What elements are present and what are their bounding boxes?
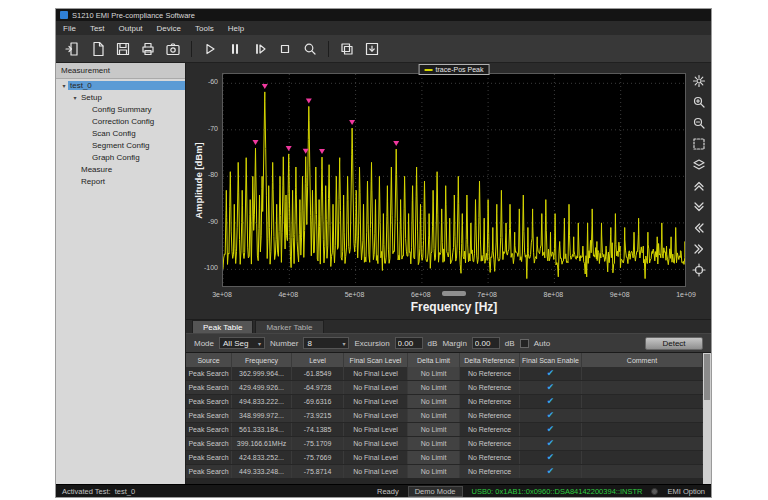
cell-final-scan-level: No Final Level bbox=[344, 465, 408, 478]
tab-peak-table[interactable]: Peak Table bbox=[192, 320, 253, 333]
zoom-in-button[interactable] bbox=[691, 94, 707, 110]
step-button[interactable] bbox=[249, 38, 271, 60]
excursion-input[interactable] bbox=[395, 337, 423, 349]
column-header-delta-reference[interactable]: Delta Reference bbox=[460, 353, 520, 367]
cell-final-scan-enable[interactable]: ✔ bbox=[520, 395, 582, 408]
menu-output[interactable]: Output bbox=[112, 23, 150, 34]
emi-option-label: EMI Option bbox=[667, 487, 705, 496]
cell-comment[interactable] bbox=[582, 367, 703, 380]
cell-final-scan-enable[interactable]: ✔ bbox=[520, 381, 582, 394]
number-select[interactable]: 8 ▾ bbox=[303, 337, 349, 349]
cell-final-scan-enable[interactable]: ✔ bbox=[520, 423, 582, 436]
mode-select[interactable]: All Seg ▾ bbox=[219, 337, 265, 349]
menubar: FileTestOutputDeviceToolsHelp bbox=[56, 21, 711, 35]
cell-comment[interactable] bbox=[582, 381, 703, 394]
stop-button[interactable] bbox=[274, 38, 296, 60]
scroll-right-button[interactable] bbox=[691, 241, 707, 257]
table-scrollbar-thumb[interactable] bbox=[704, 354, 710, 400]
peak-marker bbox=[319, 149, 325, 154]
column-header-final-scan-enable[interactable]: Final Scan Enable bbox=[520, 353, 582, 367]
cell-final-scan-level: No Final Level bbox=[344, 423, 408, 436]
column-header-final-scan-level[interactable]: Final Scan Level bbox=[344, 353, 408, 367]
menu-test[interactable]: Test bbox=[83, 23, 112, 34]
pause-button[interactable] bbox=[224, 38, 246, 60]
tree-item-measure[interactable]: Measure bbox=[56, 163, 185, 175]
scroll-up-button[interactable] bbox=[691, 178, 707, 194]
emi-option-led bbox=[651, 488, 658, 495]
cell-comment[interactable] bbox=[582, 395, 703, 408]
tree-item-report[interactable]: Report bbox=[56, 175, 185, 187]
screenshot-button[interactable] bbox=[162, 38, 184, 60]
save-button[interactable] bbox=[112, 38, 134, 60]
print-button[interactable] bbox=[137, 38, 159, 60]
menu-device[interactable]: Device bbox=[150, 23, 188, 34]
tree-item-correction-config[interactable]: Correction Config bbox=[56, 115, 185, 127]
table-scrollbar[interactable] bbox=[703, 353, 711, 484]
column-header-delta-limit[interactable]: Delta Limit bbox=[408, 353, 460, 367]
cell-final-scan-enable[interactable]: ✔ bbox=[520, 437, 582, 450]
table-row[interactable]: Peak Search429.499.926...-64.9728No Fina… bbox=[186, 381, 703, 395]
margin-input[interactable] bbox=[472, 337, 500, 349]
expander-icon[interactable]: ▾ bbox=[60, 82, 68, 89]
checkmark-icon: ✔ bbox=[547, 425, 555, 434]
copy-window-button[interactable] bbox=[336, 38, 358, 60]
zoom-window-button[interactable] bbox=[691, 136, 707, 152]
cell-comment[interactable] bbox=[582, 409, 703, 422]
table-row[interactable]: Peak Search449.333.248...-75.8714No Fina… bbox=[186, 465, 703, 479]
table-row[interactable]: Peak Search399.166.61MHz-75.1709No Final… bbox=[186, 437, 703, 451]
cell-final-scan-level: No Final Level bbox=[344, 395, 408, 408]
table-row[interactable]: Peak Search424.833.252...-75.7669No Fina… bbox=[186, 451, 703, 465]
cell-source: Peak Search bbox=[186, 395, 232, 408]
run-button[interactable] bbox=[199, 38, 221, 60]
cell-level: -64.9728 bbox=[292, 381, 344, 394]
menu-file[interactable]: File bbox=[56, 23, 83, 34]
cell-comment[interactable] bbox=[582, 451, 703, 464]
detect-button[interactable]: Detect bbox=[645, 337, 703, 350]
tree-item-scan-config[interactable]: Scan Config bbox=[56, 127, 185, 139]
menu-tools[interactable]: Tools bbox=[188, 23, 221, 34]
tab-marker-table[interactable]: Marker Table bbox=[255, 320, 323, 333]
cell-final-scan-enable[interactable]: ✔ bbox=[520, 367, 582, 380]
table-row[interactable]: Peak Search362.999.964...-61.8549No Fina… bbox=[186, 367, 703, 381]
cell-frequency: 424.833.252... bbox=[232, 451, 292, 464]
cell-final-scan-enable[interactable]: ✔ bbox=[520, 465, 582, 478]
column-header-frequency[interactable]: Frequency bbox=[232, 353, 292, 367]
column-header-comment[interactable]: Comment bbox=[582, 353, 703, 367]
table-row[interactable]: Peak Search561.333.184...-74.1385No Fina… bbox=[186, 423, 703, 437]
table-row[interactable]: Peak Search348.999.972...-73.9215No Fina… bbox=[186, 409, 703, 423]
center-button[interactable] bbox=[691, 262, 707, 278]
scroll-down-button[interactable] bbox=[691, 199, 707, 215]
new-file-button[interactable] bbox=[87, 38, 109, 60]
cell-comment[interactable] bbox=[582, 465, 703, 478]
center-icon bbox=[692, 263, 706, 277]
cell-delta-limit: No Limit bbox=[408, 367, 460, 380]
open-file-button[interactable] bbox=[62, 38, 84, 60]
auto-checkbox[interactable] bbox=[520, 339, 529, 348]
menu-help[interactable]: Help bbox=[221, 23, 251, 34]
tree-item-test-0[interactable]: ▾test_0 bbox=[56, 79, 185, 91]
plot-scrollbar-thumb[interactable] bbox=[442, 291, 466, 296]
cell-final-scan-enable[interactable]: ✔ bbox=[520, 451, 582, 464]
tree-item-segment-config[interactable]: Segment Config bbox=[56, 139, 185, 151]
spectrum-plot[interactable] bbox=[222, 73, 686, 287]
tree-item-graph-config[interactable]: Graph Config bbox=[56, 151, 185, 163]
expander-icon[interactable]: ▾ bbox=[71, 94, 79, 101]
cell-delta-limit: No Limit bbox=[408, 381, 460, 394]
export-button[interactable] bbox=[361, 38, 383, 60]
cell-final-scan-level: No Final Level bbox=[344, 451, 408, 464]
cell-comment[interactable] bbox=[582, 423, 703, 436]
tree-item-setup[interactable]: ▾Setup bbox=[56, 91, 185, 103]
y-axis-label: Amplitude [dBm] bbox=[193, 141, 204, 221]
column-header-level[interactable]: Level bbox=[292, 353, 344, 367]
scroll-left-button[interactable] bbox=[691, 220, 707, 236]
layers-button[interactable] bbox=[691, 157, 707, 173]
gear-button[interactable] bbox=[691, 73, 707, 89]
zoom-out-button[interactable] bbox=[691, 115, 707, 131]
column-header-source[interactable]: Source bbox=[186, 353, 232, 367]
zoom-button[interactable] bbox=[299, 38, 321, 60]
tree-item-config-summary[interactable]: Config Summary bbox=[56, 103, 185, 115]
cell-comment[interactable] bbox=[582, 437, 703, 450]
chevron-down-icon: ▾ bbox=[258, 340, 261, 347]
table-row[interactable]: Peak Search494.833.222...-69.6316No Fina… bbox=[186, 395, 703, 409]
cell-final-scan-enable[interactable]: ✔ bbox=[520, 409, 582, 422]
